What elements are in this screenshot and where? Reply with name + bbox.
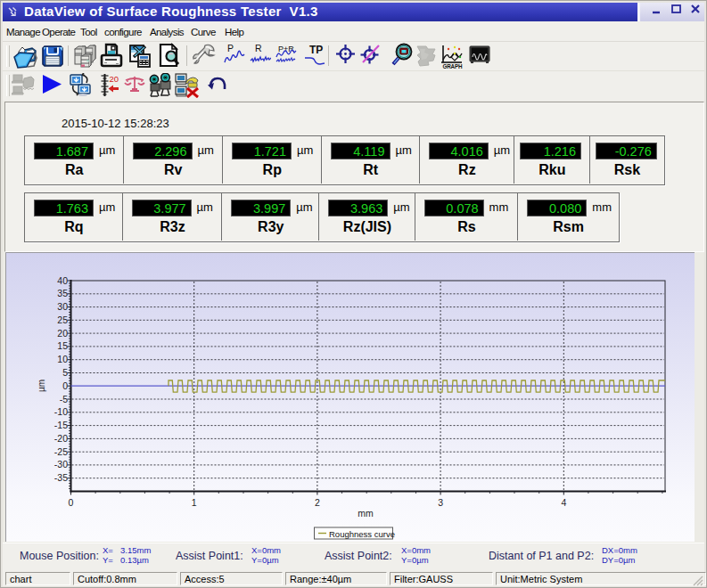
svg-text:3: 3 bbox=[438, 497, 443, 508]
svg-text:5: 5 bbox=[62, 367, 68, 378]
svg-text:-35: -35 bbox=[54, 472, 68, 483]
svg-text:-25: -25 bbox=[54, 446, 68, 457]
svg-text:10: 10 bbox=[57, 354, 68, 364]
svg-text:35: 35 bbox=[57, 288, 68, 298]
svg-text:-10: -10 bbox=[54, 406, 68, 417]
svg-text:1: 1 bbox=[192, 497, 197, 508]
svg-text:µm: µm bbox=[37, 380, 46, 392]
svg-text:15: 15 bbox=[57, 340, 68, 351]
svg-text:R: R bbox=[255, 44, 262, 53]
svg-text:2: 2 bbox=[315, 497, 320, 508]
svg-text:Roughness curve: Roughness curve bbox=[329, 529, 395, 539]
svg-text:20: 20 bbox=[110, 74, 119, 84]
svg-text:TP: TP bbox=[309, 44, 323, 56]
svg-text:4: 4 bbox=[561, 497, 566, 508]
svg-text:-15: -15 bbox=[54, 420, 68, 430]
svg-text:mm: mm bbox=[358, 508, 374, 519]
svg-text:30: 30 bbox=[57, 301, 68, 312]
svg-text:20: 20 bbox=[57, 328, 68, 339]
svg-text:-20: -20 bbox=[54, 433, 68, 444]
svg-text:GRAPH: GRAPH bbox=[443, 63, 463, 69]
svg-text:0: 0 bbox=[69, 497, 74, 508]
svg-text:0: 0 bbox=[62, 380, 68, 391]
svg-text:40: 40 bbox=[57, 275, 68, 286]
svg-text:-30: -30 bbox=[54, 459, 68, 470]
svg-text:25: 25 bbox=[57, 314, 68, 325]
svg-text:P: P bbox=[227, 44, 234, 53]
svg-text:-5: -5 bbox=[60, 394, 68, 404]
